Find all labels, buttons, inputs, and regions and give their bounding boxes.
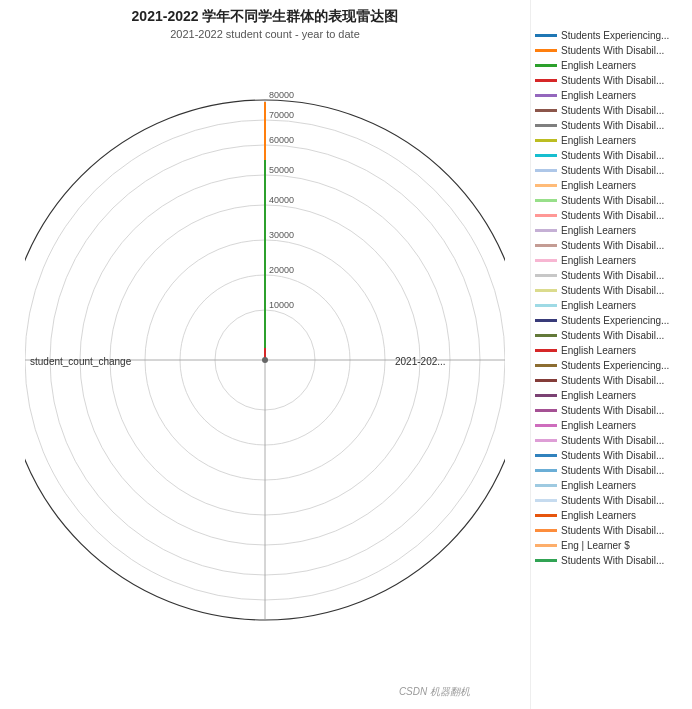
- legend-item: English Learners: [535, 180, 688, 191]
- legend-color-swatch: [535, 199, 557, 202]
- legend-label: Students With Disabil...: [561, 330, 664, 341]
- chart-title: 2021-2022 学年不同学生群体的表现雷达图: [0, 8, 530, 26]
- svg-point-21: [262, 357, 268, 363]
- svg-text:student_count_change: student_count_change: [30, 356, 132, 367]
- legend-color-swatch: [535, 64, 557, 67]
- legend-label: Students With Disabil...: [561, 120, 664, 131]
- legend-item: Students With Disabil...: [535, 450, 688, 461]
- svg-text:50000: 50000: [269, 165, 294, 175]
- legend-label: English Learners: [561, 510, 636, 521]
- legend-color-swatch: [535, 409, 557, 412]
- legend-label: English Learners: [561, 255, 636, 266]
- legend-label: Students With Disabil...: [561, 555, 664, 566]
- legend-item: Students With Disabil...: [535, 165, 688, 176]
- legend-item: English Learners: [535, 510, 688, 521]
- legend-color-swatch: [535, 259, 557, 262]
- legend-item: Students With Disabil...: [535, 240, 688, 251]
- legend-label: Students With Disabil...: [561, 105, 664, 116]
- watermark: CSDN 机器翻机: [399, 685, 470, 699]
- radar-container: 10000 20000 30000 40000 50000 60000 7000…: [25, 50, 505, 630]
- legend-color-swatch: [535, 289, 557, 292]
- legend-label: Students With Disabil...: [561, 450, 664, 461]
- legend-color-swatch: [535, 79, 557, 82]
- legend-item: English Learners: [535, 480, 688, 491]
- legend-color-swatch: [535, 214, 557, 217]
- legend-label: Students With Disabil...: [561, 375, 664, 386]
- legend-item: Students Experiencing...: [535, 30, 688, 41]
- legend-label: Students With Disabil...: [561, 165, 664, 176]
- legend-color-swatch: [535, 559, 557, 562]
- legend-label: Students Experiencing...: [561, 30, 669, 41]
- legend-item: Students With Disabil...: [535, 270, 688, 281]
- chart-area: 2021-2022 学年不同学生群体的表现雷达图 2021-2022 stude…: [0, 0, 530, 709]
- legend-item: Students With Disabil...: [535, 120, 688, 131]
- legend-label: Students Experiencing...: [561, 315, 669, 326]
- legend-label: Students With Disabil...: [561, 270, 664, 281]
- svg-text:60000: 60000: [269, 135, 294, 145]
- legend-label: English Learners: [561, 225, 636, 236]
- svg-text:70000: 70000: [269, 110, 294, 120]
- legend-color-swatch: [535, 34, 557, 37]
- svg-text:2021-202...: 2021-202...: [395, 356, 446, 367]
- legend-label: English Learners: [561, 300, 636, 311]
- svg-text:20000: 20000: [269, 265, 294, 275]
- legend-color-swatch: [535, 334, 557, 337]
- legend-color-swatch: [535, 424, 557, 427]
- legend-area: Students Experiencing...Students With Di…: [530, 0, 692, 709]
- legend-color-swatch: [535, 469, 557, 472]
- legend-item: English Learners: [535, 390, 688, 401]
- legend-item: English Learners: [535, 420, 688, 431]
- legend-label: Students With Disabil...: [561, 495, 664, 506]
- legend-item: Students Experiencing...: [535, 315, 688, 326]
- legend-color-swatch: [535, 49, 557, 52]
- legend-label: English Learners: [561, 390, 636, 401]
- legend-color-swatch: [535, 379, 557, 382]
- legend-item: Students With Disabil...: [535, 555, 688, 566]
- legend-item: English Learners: [535, 225, 688, 236]
- svg-text:80000: 80000: [269, 90, 294, 100]
- legend-label: English Learners: [561, 60, 636, 71]
- legend-item: Students With Disabil...: [535, 195, 688, 206]
- svg-text:40000: 40000: [269, 195, 294, 205]
- legend-color-swatch: [535, 529, 557, 532]
- legend-item: Students With Disabil...: [535, 75, 688, 86]
- legend-item: English Learners: [535, 345, 688, 356]
- legend-item: English Learners: [535, 90, 688, 101]
- legend-color-swatch: [535, 544, 557, 547]
- legend-color-swatch: [535, 109, 557, 112]
- legend-item: Students With Disabil...: [535, 435, 688, 446]
- legend-label: English Learners: [561, 480, 636, 491]
- chart-subtitle: 2021-2022 student count - year to date: [0, 28, 530, 40]
- legend-label: English Learners: [561, 345, 636, 356]
- legend-item: Students With Disabil...: [535, 375, 688, 386]
- legend-item: Students With Disabil...: [535, 525, 688, 536]
- legend-color-swatch: [535, 244, 557, 247]
- legend-label: Students With Disabil...: [561, 210, 664, 221]
- legend-color-swatch: [535, 349, 557, 352]
- legend-item: English Learners: [535, 135, 688, 146]
- legend-color-swatch: [535, 499, 557, 502]
- legend-label: English Learners: [561, 420, 636, 431]
- legend-label: Students With Disabil...: [561, 465, 664, 476]
- legend-color-swatch: [535, 514, 557, 517]
- svg-text:30000: 30000: [269, 230, 294, 240]
- legend-label: Students With Disabil...: [561, 405, 664, 416]
- legend-color-swatch: [535, 454, 557, 457]
- legend-label: Students With Disabil...: [561, 195, 664, 206]
- legend-label: Students With Disabil...: [561, 150, 664, 161]
- legend-label: Students With Disabil...: [561, 285, 664, 296]
- legend-item: English Learners: [535, 255, 688, 266]
- legend-color-swatch: [535, 364, 557, 367]
- legend-label: Students With Disabil...: [561, 45, 664, 56]
- legend-color-swatch: [535, 169, 557, 172]
- legend-label: Students Experiencing...: [561, 360, 669, 371]
- legend-color-swatch: [535, 394, 557, 397]
- legend-color-swatch: [535, 94, 557, 97]
- svg-text:10000: 10000: [269, 300, 294, 310]
- legend-item: English Learners: [535, 300, 688, 311]
- legend-item: Students With Disabil...: [535, 105, 688, 116]
- legend-label: Eng | Learner $: [561, 540, 630, 551]
- legend-item: Students With Disabil...: [535, 150, 688, 161]
- legend-item: Students With Disabil...: [535, 405, 688, 416]
- legend-label: English Learners: [561, 135, 636, 146]
